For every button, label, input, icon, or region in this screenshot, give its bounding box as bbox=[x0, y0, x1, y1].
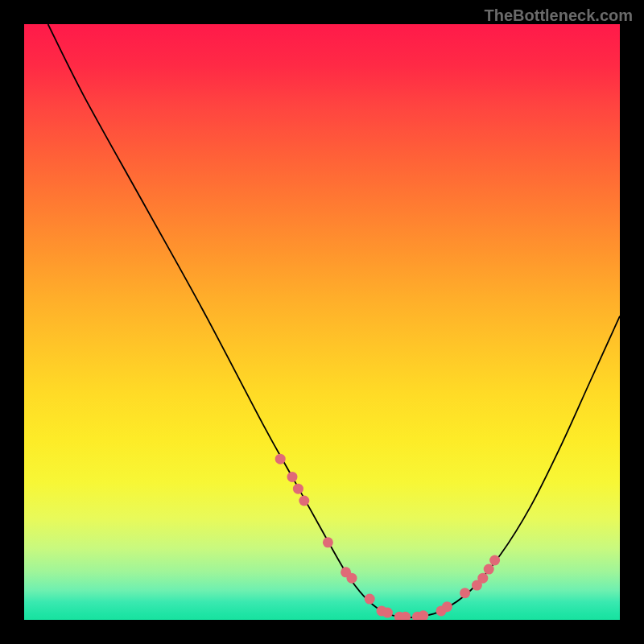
watermark-text: TheBottleneck.com bbox=[485, 6, 633, 25]
data-marker bbox=[418, 610, 428, 620]
data-marker bbox=[347, 573, 357, 584]
data-marker bbox=[299, 496, 309, 506]
data-marker bbox=[442, 601, 452, 612]
data-marker bbox=[477, 573, 488, 584]
data-markers bbox=[275, 454, 500, 620]
data-marker bbox=[293, 484, 303, 494]
bottleneck-curve bbox=[48, 24, 620, 617]
chart-plot-area bbox=[24, 24, 620, 620]
data-marker bbox=[287, 472, 298, 482]
chart-svg bbox=[24, 24, 620, 620]
data-marker bbox=[489, 555, 500, 566]
data-marker bbox=[460, 588, 470, 598]
data-marker bbox=[382, 608, 393, 618]
data-marker bbox=[323, 537, 333, 547]
data-marker bbox=[275, 454, 286, 464]
data-marker bbox=[365, 594, 375, 605]
data-marker bbox=[484, 564, 494, 575]
